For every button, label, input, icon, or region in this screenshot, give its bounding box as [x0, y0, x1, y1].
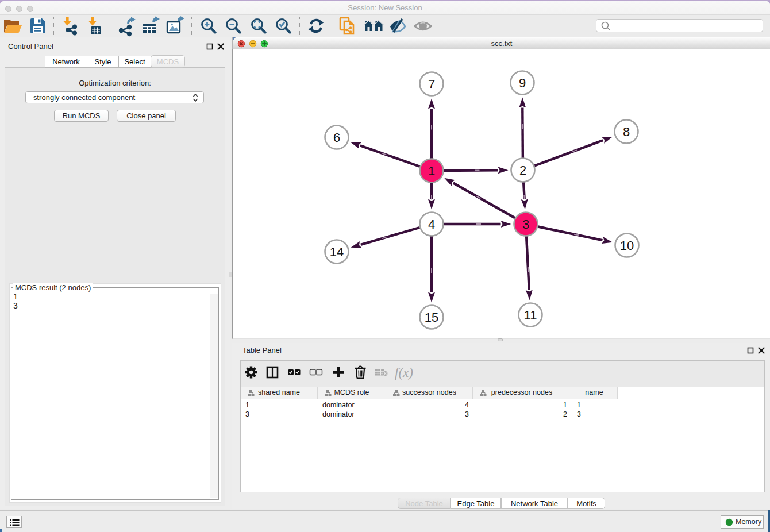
svg-text:6: 6 — [333, 130, 340, 145]
svg-text:f(x): f(x) — [395, 365, 413, 380]
svg-text:8: 8 — [623, 125, 630, 139]
svg-text:4: 4 — [428, 217, 435, 232]
svg-text:15: 15 — [425, 310, 438, 325]
svg-text:14: 14 — [330, 245, 344, 259]
svg-text:3: 3 — [522, 217, 529, 232]
svg-text:7: 7 — [428, 77, 435, 91]
svg-text:9: 9 — [519, 76, 526, 90]
svg-text:10: 10 — [620, 238, 634, 253]
svg-text:2: 2 — [519, 163, 526, 178]
svg-text:11: 11 — [524, 308, 537, 322]
svg-text:1: 1 — [428, 164, 435, 178]
